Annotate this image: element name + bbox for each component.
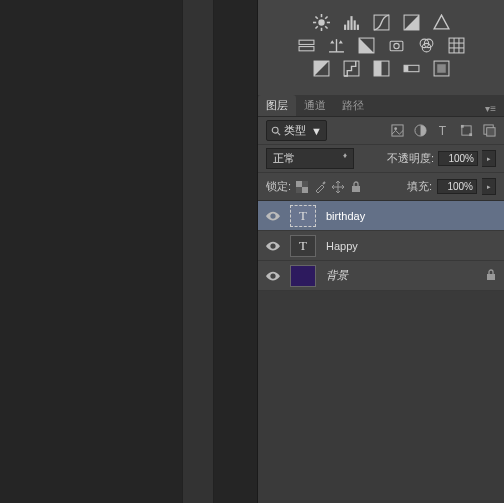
gradient-map-icon[interactable]	[403, 60, 420, 77]
svg-rect-16	[299, 40, 314, 44]
exposure-icon[interactable]	[403, 14, 420, 31]
layer-thumbnail[interactable]: T	[290, 205, 316, 227]
fill-input[interactable]: 100%	[437, 179, 477, 194]
fill-label: 填充:	[407, 179, 432, 194]
panel-menu-icon[interactable]: ▾≡	[481, 101, 500, 116]
filter-smart-icon[interactable]	[483, 124, 496, 137]
svg-rect-13	[356, 25, 358, 30]
filter-adjust-icon[interactable]	[414, 124, 427, 137]
visibility-toggle[interactable]	[266, 241, 280, 251]
blend-row: 正常♦ 不透明度: 100% ▸	[258, 145, 504, 173]
right-sidebar: 图层 通道 路径 ▾≡ 类型 ▼ T 正常♦ 不透明度: 100% ▸ 锁定:	[258, 0, 504, 503]
svg-rect-36	[404, 65, 408, 71]
svg-rect-41	[392, 125, 403, 136]
svg-line-40	[278, 132, 281, 135]
svg-rect-38	[437, 64, 446, 73]
svg-point-39	[272, 127, 278, 133]
svg-rect-58	[487, 274, 495, 280]
svg-rect-9	[344, 25, 346, 30]
threshold-icon[interactable]	[373, 60, 390, 77]
svg-rect-34	[374, 61, 381, 76]
layer-filter-row: 类型 ▼ T	[258, 117, 504, 145]
layer-thumbnail[interactable]: T	[290, 235, 316, 257]
chevron-down-icon: ▼	[311, 125, 322, 137]
svg-rect-53	[296, 187, 302, 193]
lock-row: 锁定: 填充: 100% ▸	[258, 173, 504, 201]
layer-row[interactable]: T Happy	[258, 231, 504, 261]
hue-icon[interactable]	[298, 37, 315, 54]
brightness-icon[interactable]	[313, 14, 330, 31]
filter-kind-dropdown[interactable]: 类型 ▼	[266, 120, 327, 141]
svg-rect-49	[487, 128, 495, 136]
layer-name[interactable]: birthday	[326, 210, 365, 222]
levels-icon[interactable]	[343, 14, 360, 31]
svg-text:T: T	[439, 124, 447, 137]
visibility-toggle[interactable]	[266, 271, 280, 281]
vibrance-icon[interactable]	[433, 14, 450, 31]
filter-text-icon[interactable]: T	[437, 124, 450, 137]
svg-rect-57	[352, 186, 360, 192]
layer-thumbnail[interactable]	[290, 265, 316, 287]
bw-icon[interactable]	[358, 37, 375, 54]
svg-rect-47	[469, 133, 472, 136]
invert-icon[interactable]	[313, 60, 330, 77]
svg-rect-50	[296, 181, 302, 187]
tab-paths[interactable]: 路径	[334, 95, 372, 116]
svg-rect-17	[299, 47, 314, 51]
layers-list: T birthday T Happy 背景	[258, 201, 504, 291]
selective-color-icon[interactable]	[433, 60, 450, 77]
balance-icon[interactable]	[328, 37, 345, 54]
color-lookup-icon[interactable]	[448, 37, 465, 54]
svg-point-0	[318, 19, 324, 25]
svg-point-42	[394, 127, 397, 130]
visibility-toggle[interactable]	[266, 211, 280, 221]
lock-paint-icon[interactable]	[314, 181, 326, 193]
svg-rect-21	[390, 41, 403, 51]
fill-stepper[interactable]: ▸	[482, 178, 496, 195]
filter-shape-icon[interactable]	[460, 124, 473, 137]
svg-line-54	[323, 182, 325, 184]
canvas-strip	[182, 0, 214, 503]
lock-position-icon[interactable]	[332, 181, 344, 193]
svg-line-8	[325, 16, 327, 18]
filter-image-icon[interactable]	[391, 124, 404, 137]
svg-rect-12	[353, 20, 355, 30]
opacity-label: 不透明度:	[387, 151, 434, 166]
opacity-input[interactable]: 100%	[438, 151, 478, 166]
posterize-icon[interactable]	[343, 60, 360, 77]
layer-row[interactable]: 背景	[258, 261, 504, 291]
lock-all-icon[interactable]	[350, 181, 362, 193]
layer-row[interactable]: T birthday	[258, 201, 504, 231]
layer-name[interactable]: 背景	[326, 268, 348, 283]
lock-label: 锁定:	[266, 179, 291, 194]
svg-rect-46	[461, 125, 464, 128]
tab-channels[interactable]: 通道	[296, 95, 334, 116]
svg-line-7	[315, 26, 317, 28]
svg-line-6	[325, 26, 327, 28]
svg-rect-52	[302, 181, 308, 187]
curves-icon[interactable]	[373, 14, 390, 31]
opacity-stepper[interactable]: ▸	[482, 150, 496, 167]
svg-point-22	[393, 43, 398, 48]
tab-layers[interactable]: 图层	[258, 95, 296, 116]
svg-rect-26	[449, 38, 464, 53]
svg-rect-51	[302, 187, 308, 193]
svg-line-5	[315, 16, 317, 18]
layer-name[interactable]: Happy	[326, 240, 358, 252]
panel-tabs: 图层 通道 路径 ▾≡	[258, 95, 504, 117]
svg-rect-11	[350, 16, 352, 30]
lock-icon	[486, 267, 496, 285]
canvas-area	[0, 0, 258, 503]
channel-mixer-icon[interactable]	[418, 37, 435, 54]
adjustments-panel	[258, 0, 504, 95]
search-icon	[271, 126, 281, 136]
photo-filter-icon[interactable]	[388, 37, 405, 54]
svg-rect-10	[347, 20, 349, 30]
blend-mode-dropdown[interactable]: 正常♦	[266, 148, 354, 169]
lock-transparency-icon[interactable]	[296, 181, 308, 193]
panel-empty-area	[258, 291, 504, 503]
